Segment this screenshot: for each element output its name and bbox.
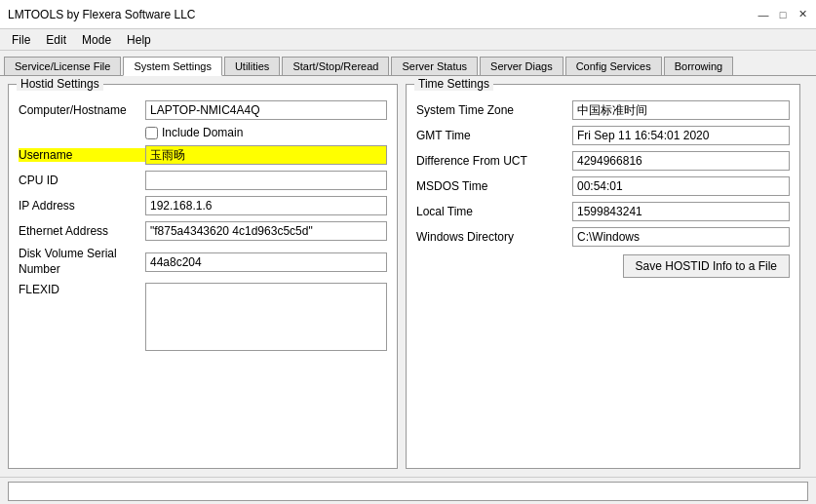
- disk-volume-label: Disk Volume SerialNumber: [19, 247, 145, 277]
- hostid-settings-group: Hostid Settings Computer/Hostname Includ…: [8, 84, 398, 469]
- username-label: Username: [19, 148, 145, 162]
- tab-config-services[interactable]: Config Services: [565, 57, 662, 75]
- disk-volume-row: Disk Volume SerialNumber: [19, 247, 387, 277]
- tab-borrowing[interactable]: Borrowing: [664, 57, 734, 75]
- tab-server-diags[interactable]: Server Diags: [480, 57, 563, 75]
- menu-edit[interactable]: Edit: [38, 31, 74, 49]
- msdos-time-input[interactable]: [572, 176, 790, 196]
- menu-bar: File Edit Mode Help: [0, 29, 816, 51]
- local-time-input[interactable]: [572, 202, 790, 221]
- ip-address-label: IP Address: [19, 199, 145, 213]
- gmt-time-label: GMT Time: [416, 129, 572, 142]
- ethernet-address-label: Ethernet Address: [19, 224, 145, 238]
- flexid-label: FLEXID: [19, 283, 145, 296]
- title-bar: LMTOOLS by Flexera Software LLC — □ ✕: [0, 0, 816, 29]
- system-time-zone-row: System Time Zone: [416, 100, 790, 120]
- username-input[interactable]: [145, 145, 387, 165]
- include-domain-label: Include Domain: [162, 126, 243, 139]
- computer-hostname-label: Computer/Hostname: [19, 103, 145, 117]
- system-time-zone-input[interactable]: [572, 100, 790, 120]
- window-controls: — □ ✕: [758, 9, 808, 20]
- disk-volume-input[interactable]: [145, 252, 387, 272]
- windows-directory-input[interactable]: [572, 227, 790, 247]
- tab-server-status[interactable]: Server Status: [391, 57, 478, 75]
- username-row: Username: [19, 145, 387, 165]
- cpu-id-input[interactable]: [145, 171, 387, 190]
- close-button[interactable]: ✕: [797, 9, 808, 20]
- msdos-time-label: MSDOS Time: [416, 179, 572, 193]
- flexid-textarea[interactable]: [145, 283, 387, 351]
- ethernet-address-row: Ethernet Address: [19, 221, 387, 241]
- tab-start-stop-reread[interactable]: Start/Stop/Reread: [282, 57, 389, 75]
- difference-from-uct-label: Difference From UCT: [416, 154, 572, 168]
- menu-file[interactable]: File: [4, 31, 38, 49]
- cpu-id-label: CPU ID: [19, 174, 145, 187]
- time-settings-group: Time Settings System Time Zone GMT Time …: [406, 84, 800, 469]
- system-time-zone-label: System Time Zone: [416, 103, 572, 117]
- computer-hostname-input[interactable]: [145, 100, 387, 120]
- windows-directory-label: Windows Directory: [416, 230, 572, 244]
- computer-hostname-row: Computer/Hostname: [19, 100, 387, 120]
- app-title: LMTOOLS by Flexera Software LLC: [8, 8, 196, 21]
- menu-mode[interactable]: Mode: [74, 31, 119, 49]
- difference-from-uct-row: Difference From UCT: [416, 151, 790, 171]
- include-domain-row: Include Domain: [145, 126, 387, 139]
- save-hostid-button[interactable]: Save HOSTID Info to a File: [623, 254, 790, 278]
- status-bar: [0, 477, 816, 504]
- local-time-label: Local Time: [416, 205, 572, 218]
- tab-bar: Service/License File System Settings Uti…: [0, 51, 816, 76]
- time-settings-label: Time Settings: [414, 77, 493, 91]
- gmt-time-input[interactable]: [572, 126, 790, 145]
- local-time-row: Local Time: [416, 202, 790, 221]
- msdos-time-row: MSDOS Time: [416, 176, 790, 196]
- cpu-id-row: CPU ID: [19, 171, 387, 190]
- gmt-time-row: GMT Time: [416, 126, 790, 145]
- main-content: Hostid Settings Computer/Hostname Includ…: [0, 76, 816, 477]
- flexid-row: FLEXID: [19, 283, 387, 351]
- save-btn-row: Save HOSTID Info to a File: [416, 254, 790, 278]
- tab-system-settings[interactable]: System Settings: [123, 57, 221, 76]
- difference-from-uct-input[interactable]: [572, 151, 790, 171]
- ethernet-address-input[interactable]: [145, 221, 387, 241]
- minimize-button[interactable]: —: [758, 9, 769, 20]
- windows-directory-row: Windows Directory: [416, 227, 790, 247]
- tab-utilities[interactable]: Utilities: [224, 57, 280, 75]
- maximize-button[interactable]: □: [777, 9, 789, 20]
- tab-service-license[interactable]: Service/License File: [4, 57, 121, 75]
- ip-address-input[interactable]: [145, 196, 387, 215]
- status-panel: [8, 482, 808, 501]
- hostid-settings-label: Hostid Settings: [17, 77, 103, 91]
- include-domain-checkbox[interactable]: [145, 127, 158, 139]
- menu-help[interactable]: Help: [119, 31, 159, 49]
- ip-address-row: IP Address: [19, 196, 387, 215]
